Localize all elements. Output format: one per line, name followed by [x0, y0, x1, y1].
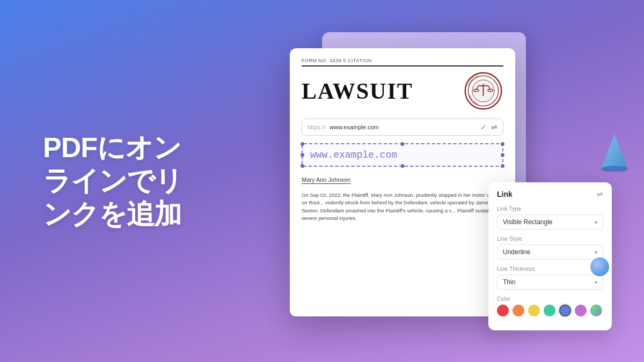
- color-swatches: [497, 305, 603, 316]
- color-swatch-red[interactable]: [497, 305, 509, 316]
- color-swatch-yellow[interactable]: [528, 305, 540, 316]
- doc-author: Mary Ann Johnson: [302, 176, 350, 184]
- color-swatch-rainbow[interactable]: [590, 305, 602, 316]
- panel-header: Link ⇌: [497, 190, 603, 198]
- handle-mid-left[interactable]: [301, 153, 304, 157]
- line-style-arrow-icon: ▾: [595, 249, 597, 255]
- color-swatch-teal[interactable]: [544, 305, 555, 316]
- line-style-section: Line Style Underline ▾: [497, 236, 603, 260]
- color-swatch-purple[interactable]: [575, 305, 587, 316]
- color-section: Color: [497, 296, 603, 316]
- hero-line1: PDFにオン: [43, 131, 182, 164]
- panel-settings-icon[interactable]: ⇌: [597, 190, 603, 198]
- line-thickness-arrow-icon: ▾: [595, 279, 597, 285]
- handle-mid-right[interactable]: [501, 153, 504, 157]
- url-prefix: https://: [308, 124, 325, 130]
- line-thickness-section: Line Thickness Thin ▾: [497, 266, 603, 290]
- line-style-label: Line Style: [497, 236, 603, 242]
- color-label: Color: [497, 296, 603, 302]
- line-thickness-label: Line Thickness: [497, 266, 603, 272]
- url-check-icon: ✓: [480, 123, 487, 131]
- url-value: www.example.com: [330, 124, 476, 130]
- hero-line2: ラインでリ: [43, 164, 182, 197]
- handle-top-mid[interactable]: [401, 142, 405, 146]
- document-card: FORM NO. 3439-5 CITATION LAWSUIT: [290, 48, 515, 316]
- line-style-select[interactable]: Underline ▾: [497, 245, 603, 260]
- handle-top-left[interactable]: [301, 142, 304, 146]
- line-style-value: Underline: [503, 248, 530, 256]
- link-type-section: Link Type Visible Rectangle ▾: [497, 206, 603, 230]
- handle-bot-left[interactable]: [301, 164, 304, 168]
- link-panel: Link ⇌ Link Type Visible Rectangle ▾ Lin…: [488, 182, 612, 330]
- link-type-label: Link Type: [497, 206, 603, 212]
- handle-top-right[interactable]: [501, 142, 504, 146]
- url-settings-icon[interactable]: ⇌: [491, 123, 497, 131]
- line-thickness-value: Thin: [503, 278, 515, 286]
- handle-bot-right[interactable]: [501, 164, 504, 168]
- link-selection-box[interactable]: www.example.com: [302, 143, 503, 167]
- doc-title: LAWSUIT: [302, 78, 413, 104]
- link-type-arrow-icon: ▾: [595, 219, 597, 225]
- link-type-value: Visible Rectangle: [503, 218, 553, 226]
- color-swatch-orange[interactable]: [513, 305, 524, 316]
- doc-body-text: On Sep 02, 2022, the Plaintiff, Mary Ann…: [302, 191, 503, 222]
- hero-line3: ンクを追加: [43, 198, 182, 231]
- court-seal: Circuit Court of the State: [463, 71, 503, 111]
- form-number: FORM NO. 3439-5 CITATION: [302, 58, 503, 63]
- doc-divider: [302, 65, 503, 67]
- line-thickness-select[interactable]: Thin ▾: [497, 275, 603, 290]
- link-selection-text: www.example.com: [310, 150, 397, 160]
- url-bar[interactable]: https:// www.example.com ✓ ⇌: [302, 119, 503, 136]
- handle-bot-mid[interactable]: [401, 164, 405, 168]
- link-type-select[interactable]: Visible Rectangle ▾: [497, 215, 603, 230]
- color-swatch-blue[interactable]: [559, 305, 571, 316]
- doc-title-row: LAWSUIT Circuit Court: [302, 71, 503, 111]
- sphere-decoration: [590, 257, 609, 276]
- panel-title: Link: [497, 190, 513, 198]
- cone-decoration: [601, 134, 628, 172]
- hero-text: PDFにオン ラインでリ ンクを追加: [43, 131, 182, 231]
- svg-marker-11: [601, 134, 628, 169]
